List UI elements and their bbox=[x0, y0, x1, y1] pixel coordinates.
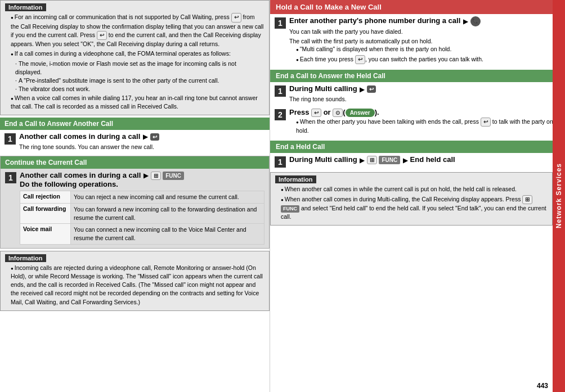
hold-bullet1: "Multi calling" is displayed when there … bbox=[289, 45, 560, 53]
step-number-1: 1 bbox=[5, 133, 16, 145]
info-box-right: Information When another call comes in w… bbox=[270, 172, 553, 226]
operations-table: Call rejection You can reject a new inco… bbox=[20, 191, 264, 244]
hold-step1-title: Enter another party's phone number durin… bbox=[289, 16, 560, 26]
end-held-call-step-num-1: 1 bbox=[275, 156, 286, 168]
info-item-1: For an incoming call or communication th… bbox=[5, 13, 264, 48]
left-column: Information For an incoming call or comm… bbox=[0, 0, 270, 392]
step-number-c1: 1 bbox=[5, 172, 16, 183]
end-held-step-num-2: 2 bbox=[275, 109, 286, 120]
arrow-ehc1: ▶ bbox=[360, 156, 364, 164]
cell-val-voicemail: You can connect a new incoming call to t… bbox=[71, 224, 264, 244]
continue-step1-title2: Do the following operations. bbox=[20, 180, 264, 190]
end-held-step-num-1: 1 bbox=[275, 85, 286, 97]
hold-desc2: The call with the first party is automat… bbox=[289, 37, 560, 46]
table-row-voicemail: Voice mail You can connect a new incomin… bbox=[20, 224, 264, 244]
table-row-forward: Call forwarding You can forward a new in… bbox=[20, 204, 264, 224]
arrow-ehc2: ▶ bbox=[403, 156, 407, 164]
end-held-step2: 2 Press ↩ or ⊙(Answer). When the other p… bbox=[270, 106, 565, 139]
continue-step1: 1 Another call comes in during a call ▶ … bbox=[1, 169, 269, 248]
hold-desc1: You can talk with the party you have dia… bbox=[289, 28, 560, 36]
continue-step1-content: Another call comes in during a call ▶ ⊞ … bbox=[20, 171, 264, 246]
info2-item-1: Incoming calls are rejected during a vid… bbox=[5, 264, 264, 307]
call-key-1: ↩ bbox=[231, 13, 241, 22]
info-right-item-1: When another call comes in while the cur… bbox=[275, 185, 548, 193]
end-key-1: ↩ bbox=[97, 31, 107, 40]
right-main: Hold a Call to Make a New Call 1 Enter a… bbox=[270, 0, 565, 392]
continue-step1-title: Another call comes in during a call ▶ ⊞ … bbox=[20, 171, 264, 181]
cell-key-voicemail: Voice mail bbox=[20, 224, 71, 244]
cell-key-forward: Call forwarding bbox=[20, 204, 71, 223]
cell-val-forward: You can forward a new incoming call to t… bbox=[71, 204, 264, 223]
info-box-right-title: Information bbox=[275, 175, 548, 183]
page-number: 443 bbox=[537, 382, 548, 390]
step1-title: Another call comes in during a call ▶ ↩ bbox=[19, 132, 265, 142]
press-key-2: ⊙ bbox=[333, 109, 343, 117]
arrow-eh1: ▶ bbox=[360, 85, 364, 93]
key-end-call: ↩ bbox=[150, 133, 159, 141]
info-box-2: Information Incoming calls are rejected … bbox=[0, 251, 270, 311]
end-held-call-header: End a Held Call bbox=[270, 141, 565, 153]
press-key-1: ↩ bbox=[311, 109, 321, 117]
end-held-step2-bullet: When the other party you have been talki… bbox=[289, 118, 560, 136]
cell-val-reject: You can reject a new incoming call and r… bbox=[71, 191, 264, 203]
step1-desc: The ring tone sounds. You can answer the… bbox=[19, 143, 265, 151]
arrow-c1: ▶ bbox=[144, 172, 148, 179]
end-held-call-step1: 1 During Multi calling ▶ ⊞ FUNC ▶ End he… bbox=[270, 153, 565, 170]
network-services-sidebar: Network Services bbox=[553, 0, 565, 392]
continue-section: Continue the Current Call 1 Another call… bbox=[0, 156, 270, 249]
info-sub-1: The movie, i-motion movie or Flash movie… bbox=[5, 60, 264, 76]
network-services-label: Network Services bbox=[555, 163, 563, 228]
info-box-1-title: Information bbox=[5, 3, 264, 11]
info-label-2: Information bbox=[5, 254, 46, 262]
func-label-ehc: FUNC bbox=[379, 156, 400, 164]
hold-header: Hold a Call to Make a New Call bbox=[270, 0, 565, 14]
talk-key: ↩ bbox=[481, 118, 491, 127]
end-held-step2-title: Press ↩ or ⊙(Answer). bbox=[289, 108, 560, 118]
end-answer-step1: 1 Another call comes in during a call ▶ … bbox=[0, 130, 270, 154]
step1-content: Another call comes in during a call ▶ ↩ … bbox=[19, 132, 265, 151]
hold-step1-content: Enter another party's phone number durin… bbox=[289, 16, 560, 65]
end-answer-header: End a Call to Answer Another Call bbox=[0, 118, 270, 130]
continue-header: Continue the Current Call bbox=[1, 156, 269, 169]
info-sub-2: A "Pre-installed" substitute image is se… bbox=[5, 76, 264, 85]
info-item-3: When a voice call comes in while dialing… bbox=[5, 94, 264, 111]
info-box-2-title: Information bbox=[5, 254, 264, 262]
phone-icon: 📞 bbox=[470, 16, 481, 26]
func-key-info: ⊞ bbox=[522, 195, 532, 205]
arrow-h1: ▶ bbox=[463, 17, 468, 25]
info-label-1: Information bbox=[5, 3, 46, 11]
right-column: Hold a Call to Make a New Call 1 Enter a… bbox=[270, 0, 565, 392]
func-label: FUNC bbox=[163, 172, 184, 180]
end-held-step2-content: Press ↩ or ⊙(Answer). When the other par… bbox=[289, 108, 560, 137]
cell-key-reject: Call rejection bbox=[20, 191, 71, 203]
arrow-1: ▶ bbox=[143, 133, 147, 141]
info-label-right: Information bbox=[275, 175, 316, 183]
end-held-call-step1-title: During Multi calling ▶ ⊞ FUNC ▶ End held… bbox=[289, 155, 560, 165]
info-sub-3: The vibrator does not work. bbox=[5, 85, 264, 93]
end-held-call-step1-content: During Multi calling ▶ ⊞ FUNC ▶ End held… bbox=[289, 155, 560, 165]
end-key-eh1: ↩ bbox=[367, 85, 376, 93]
func-key-ehc: ⊞ bbox=[367, 156, 377, 164]
func-key-c1: ⊞ bbox=[151, 172, 161, 180]
hold-step-num-1: 1 bbox=[275, 17, 286, 29]
end-held-step1-content: During Multi calling ▶ ↩ The ring tone s… bbox=[289, 84, 560, 103]
table-row-reject: Call rejection You can reject a new inco… bbox=[20, 191, 264, 204]
hold-bullet2: Each time you press ↩, you can switch th… bbox=[289, 55, 560, 65]
end-held-step1-desc: The ring tone sounds. bbox=[289, 95, 560, 103]
switch-key: ↩ bbox=[355, 55, 365, 65]
info-item-2: If a call comes in during a videophone c… bbox=[5, 49, 264, 58]
answer-key: Answer bbox=[346, 109, 375, 117]
hold-step1: 1 Enter another party's phone number dur… bbox=[270, 14, 565, 67]
func-label-info: FUNC bbox=[281, 205, 299, 213]
end-held-step1-title: During Multi calling ▶ ↩ bbox=[289, 84, 560, 94]
end-held-step1: 1 During Multi calling ▶ ↩ The ring tone… bbox=[270, 82, 565, 106]
end-held-answer-header: End a Call to Answer the Held Call bbox=[270, 70, 565, 82]
info-box-1: Information For an incoming call or comm… bbox=[0, 0, 270, 115]
info-right-item-2: When another call comes in during Multi-… bbox=[275, 195, 548, 222]
